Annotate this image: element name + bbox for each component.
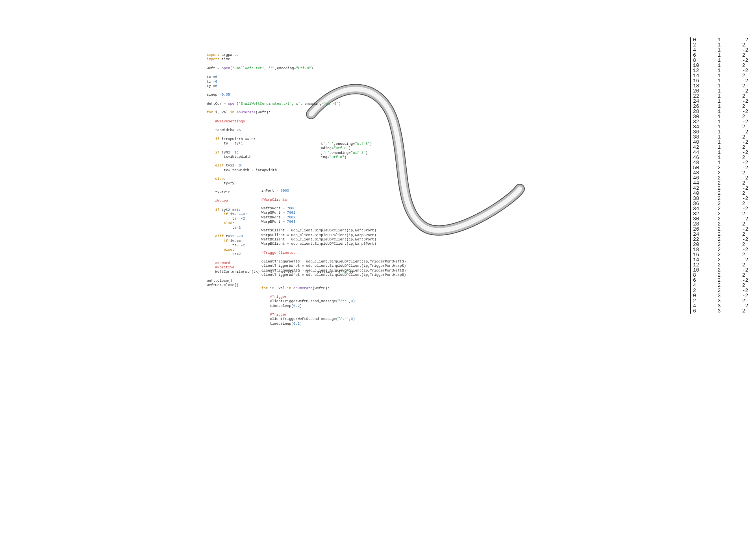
stage: import argparse import time weft = open(…: [0, 0, 756, 534]
code-snippet-encoding: t','r',encoding="utf-8") oding="utf-8") …: [321, 142, 372, 160]
weft-coordinates-table: 0 1 -2 2 1 2 4 1 -2 6 1 2 8 1 -2 10 1 2 …: [690, 37, 756, 314]
code-block-osc: inPort = 8000 #WarpClients WeftSPort = 7…: [258, 189, 380, 326]
